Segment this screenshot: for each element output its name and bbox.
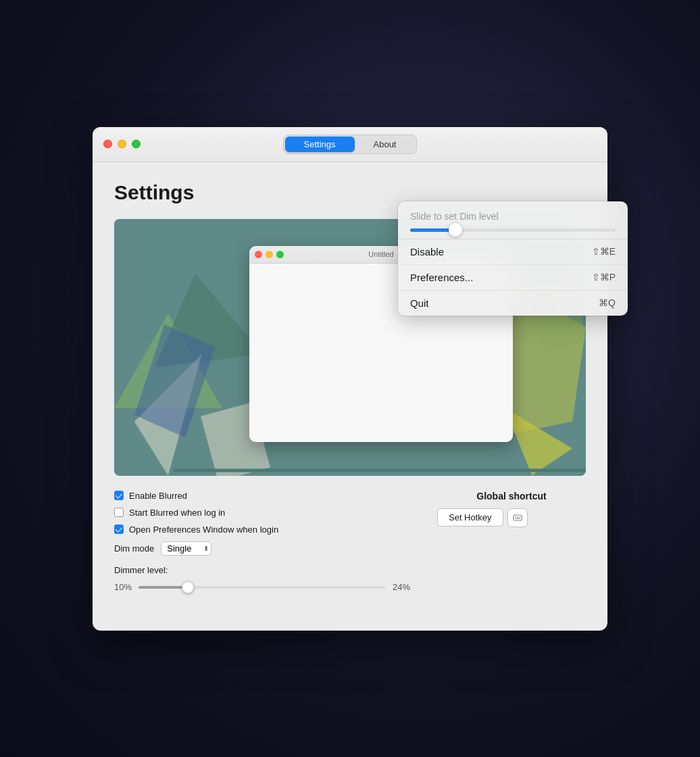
dim-mode-select-wrapper: Single Multiple — [161, 541, 211, 556]
settings-left: Enable Blurred Start Blurred when log in… — [114, 491, 410, 594]
dimmer-label: Dimmer level: — [114, 565, 168, 575]
popup-quit-label: Quit — [410, 297, 429, 309]
desktop: Settings About Settings — [0, 0, 700, 757]
dim-mode-select[interactable]: Single Multiple — [161, 541, 211, 556]
tab-about[interactable]: About — [355, 137, 416, 152]
checkbox-enable-blurred-label: Enable Blurred — [129, 491, 187, 501]
svg-rect-12 — [517, 516, 518, 518]
popup-slider-track[interactable] — [410, 228, 616, 232]
global-shortcut-label: Global shortcut — [437, 491, 586, 502]
slider-row: 10% 24% — [114, 581, 410, 594]
popup-menu: Slide to set Dim level Disable ⇧⌘E Prefe… — [398, 201, 628, 316]
traffic-lights — [103, 140, 141, 149]
dimmer-row: Dimmer level: — [114, 565, 410, 575]
segmented-control: Settings About — [283, 135, 418, 154]
checkbox-row-open-prefs: Open Preferences Window when login — [114, 524, 410, 535]
checkbox-open-prefs[interactable] — [114, 524, 124, 534]
slider-max-label: 24% — [393, 582, 410, 592]
inner-close-button[interactable] — [255, 251, 262, 258]
popup-quit-shortcut: ⌘Q — [599, 297, 616, 308]
minimize-button[interactable] — [118, 140, 126, 149]
popup-menu-item-preferences[interactable]: Preferences... ⇧⌘P — [398, 264, 628, 290]
checkbox-open-prefs-label: Open Preferences Window when login — [129, 524, 278, 535]
popup-disable-shortcut: ⇧⌘E — [592, 246, 616, 257]
checkbox-start-blurred-label: Start Blurred when log in — [129, 508, 225, 518]
app-window: Settings About Settings — [93, 127, 607, 631]
svg-rect-13 — [519, 516, 520, 518]
popup-preferences-label: Preferences... — [410, 272, 473, 283]
hotkey-btn-row: Set Hotkey — [437, 508, 586, 527]
maximize-button[interactable] — [132, 140, 141, 149]
close-button[interactable] — [103, 140, 112, 149]
popup-slider-label: Slide to set Dim level — [410, 211, 616, 222]
popup-preferences-shortcut: ⇧⌘P — [592, 272, 616, 283]
slider-min-label: 10% — [114, 582, 132, 592]
slider-thumb[interactable] — [182, 581, 194, 593]
inner-maximize-button[interactable] — [276, 251, 284, 258]
popup-menu-item-disable[interactable]: Disable ⇧⌘E — [398, 239, 628, 264]
popup-slider-section: Slide to set Dim level — [398, 201, 628, 239]
title-bar: Settings About — [93, 127, 607, 162]
checkbox-row-start: Start Blurred when log in — [114, 508, 410, 518]
page-title: Settings — [114, 181, 586, 204]
hotkey-icon-button[interactable] — [507, 508, 528, 527]
slider-container[interactable] — [139, 581, 386, 594]
slider-track — [139, 586, 386, 589]
keyboard-icon — [513, 513, 522, 522]
checkbox-row-enable: Enable Blurred — [114, 491, 410, 501]
dim-mode-row: Dim mode Single Multiple — [114, 541, 410, 556]
checkbox-enable-blurred[interactable] — [114, 491, 124, 500]
set-hotkey-button[interactable]: Set Hotkey — [437, 508, 503, 527]
checkbox-start-blurred[interactable] — [114, 508, 124, 517]
svg-rect-14 — [516, 518, 520, 518]
inner-traffic-lights — [255, 251, 284, 258]
popup-slider-thumb[interactable] — [449, 223, 462, 237]
inner-window-title: Untitled — [368, 250, 393, 258]
popup-menu-item-quit[interactable]: Quit ⌘Q — [398, 290, 628, 316]
svg-rect-9 — [174, 468, 586, 472]
popup-disable-label: Disable — [410, 246, 444, 258]
inner-minimize-button[interactable] — [266, 251, 273, 258]
slider-fill — [139, 586, 188, 589]
svg-rect-11 — [515, 516, 516, 518]
settings-right: Global shortcut Set Hotkey — [437, 491, 586, 527]
settings-section: Enable Blurred Start Blurred when log in… — [114, 491, 586, 594]
tab-settings[interactable]: Settings — [285, 137, 355, 152]
dim-mode-label: Dim mode — [114, 543, 154, 554]
